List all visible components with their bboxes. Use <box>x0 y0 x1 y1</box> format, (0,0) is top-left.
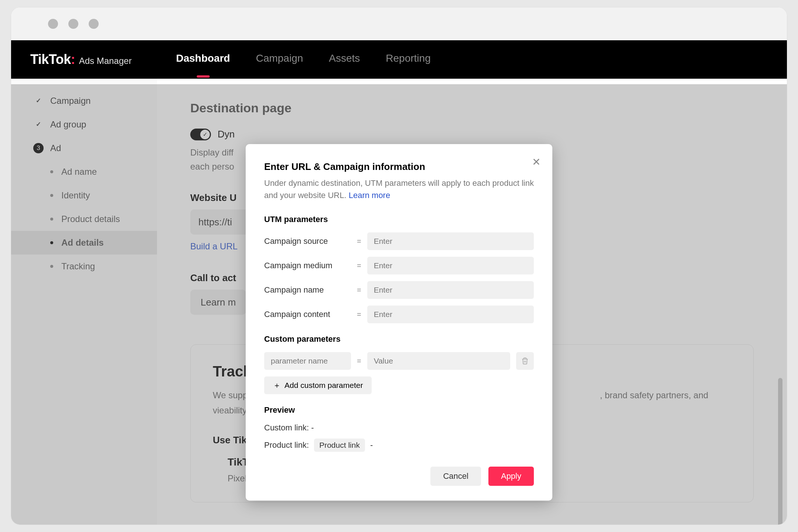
utm-name-input[interactable] <box>367 281 534 299</box>
utm-row-medium: Campaign medium = <box>264 257 534 274</box>
add-custom-label: Add custom parameter <box>284 381 363 390</box>
plus-icon: ＋ <box>273 380 281 391</box>
delete-param-button[interactable] <box>516 352 534 370</box>
param-label: Campaign source <box>264 236 351 246</box>
logo: TikTok: Ads Manager <box>30 52 132 67</box>
equals-sign: = <box>357 357 361 365</box>
utm-row-name: Campaign name = <box>264 281 534 299</box>
window-chrome <box>11 7 787 40</box>
equals-sign: = <box>357 286 361 294</box>
nav-assets[interactable]: Assets <box>329 52 360 66</box>
product-link-chip: Product link <box>314 439 365 452</box>
cancel-button[interactable]: Cancel <box>430 467 481 486</box>
utm-row-content: Campaign content = <box>264 306 534 323</box>
equals-sign: = <box>357 262 361 270</box>
learn-more-link[interactable]: Learn more <box>349 191 391 200</box>
preview-custom-link: Custom link: - <box>264 423 534 433</box>
window-dot[interactable] <box>89 19 99 29</box>
utm-source-input[interactable] <box>367 232 534 250</box>
custom-heading: Custom parameters <box>264 334 534 344</box>
equals-sign: = <box>357 237 361 246</box>
nav-campaign[interactable]: Campaign <box>256 52 303 66</box>
param-label: Campaign medium <box>264 261 351 270</box>
nav-items: Dashboard Campaign Assets Reporting <box>176 52 430 66</box>
logo-text: TikTok <box>30 52 71 67</box>
preview-heading: Preview <box>264 405 534 415</box>
modal-actions: Cancel Apply <box>264 467 534 486</box>
add-custom-param-button[interactable]: ＋ Add custom parameter <box>264 376 372 394</box>
nav-dashboard[interactable]: Dashboard <box>176 52 230 66</box>
trash-icon <box>521 357 529 365</box>
utm-content-input[interactable] <box>367 306 534 323</box>
custom-param-row: = <box>264 352 534 370</box>
close-icon[interactable]: ✕ <box>532 156 540 168</box>
window-dot[interactable] <box>68 19 78 29</box>
utm-medium-input[interactable] <box>367 257 534 274</box>
custom-param-name-input[interactable] <box>264 352 351 370</box>
logo-subtitle: Ads Manager <box>79 56 132 66</box>
url-campaign-modal: ✕ Enter URL & Campaign information Under… <box>246 144 552 501</box>
app-window: TikTok: Ads Manager Dashboard Campaign A… <box>11 7 787 525</box>
modal-subtitle: Under dynamic destination, UTM parameter… <box>264 177 534 201</box>
apply-button[interactable]: Apply <box>488 467 534 486</box>
param-label: Campaign content <box>264 310 351 319</box>
utm-heading: UTM parameters <box>264 215 534 224</box>
modal-title: Enter URL & Campaign information <box>264 161 534 173</box>
param-label: Campaign name <box>264 285 351 295</box>
equals-sign: = <box>357 310 361 319</box>
top-nav: TikTok: Ads Manager Dashboard Campaign A… <box>11 40 787 79</box>
custom-param-value-input[interactable] <box>367 352 510 370</box>
utm-row-source: Campaign source = <box>264 232 534 250</box>
window-dot[interactable] <box>48 19 58 29</box>
preview-product-link: Product link: Product link - <box>264 439 534 452</box>
nav-reporting[interactable]: Reporting <box>386 52 430 66</box>
